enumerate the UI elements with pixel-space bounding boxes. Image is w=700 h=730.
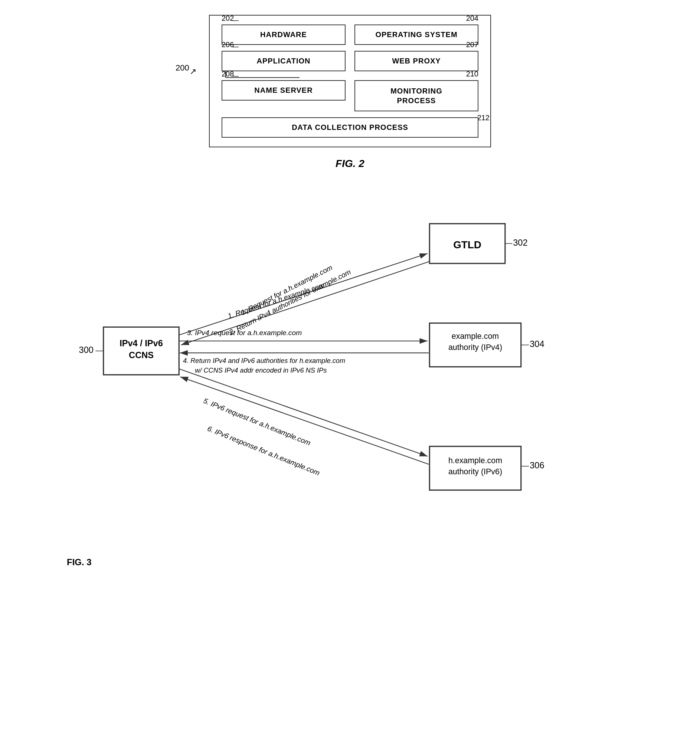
fig2-application-box: APPLICATION: [222, 51, 346, 71]
fig3-arrow3-text: 3. IPv4 request for a.h.example.com: [187, 329, 302, 337]
fig2-ref-208-dash: —: [232, 72, 239, 80]
fig2-ref-204: 204: [466, 14, 478, 23]
fig2-ref-210: 210: [466, 70, 478, 78]
fig2-monitoring-box: MONITORINGPROCESS: [354, 80, 478, 111]
fig2-webproxy-box: WEB PROXY: [354, 51, 478, 71]
fig2-hardware-box: HARDWARE: [222, 25, 346, 45]
fig2-nameserver-box: NAME SERVER: [222, 80, 346, 101]
fig3-h-label1: h.example.com: [449, 456, 502, 465]
fig3-ref-306: 306: [530, 461, 544, 470]
fig2-os-cell: 204 OPERATING SYSTEM: [354, 25, 478, 45]
fig2-ref-212: 212: [477, 114, 490, 122]
fig2-ref-202-dash: —: [232, 16, 239, 24]
fig3-example-label2: authority (IPv4): [449, 343, 502, 352]
fig2-os-box: OPERATING SYSTEM: [354, 25, 478, 45]
fig2-arrow-200: ↗: [190, 67, 196, 76]
fig3-arrow4-text1: 4. Return IPv4 and IPv6 authorities for …: [183, 357, 345, 365]
fig2-datacollection-box: DATA COLLECTION PROCESS: [222, 117, 478, 138]
fig3-ref-304: 304: [530, 339, 544, 349]
fig2-hardware-cell: 202 — HARDWARE: [222, 25, 346, 45]
fig2-datacollection-cell: 212 DATA COLLECTION PROCESS: [222, 117, 478, 138]
fig3-diagram: IPv4 / IPv6 CCNS 300 GTLD 302 example.co…: [72, 192, 628, 550]
fig2-webproxy-cell: 207 WEB PROXY: [354, 51, 478, 71]
fig3-arrow6-text: 6. IPv6 response for a.h.example.com: [206, 425, 321, 477]
fig3-h-label2: authority (IPv6): [449, 467, 502, 476]
fig2-outer-box: 202 — HARDWARE 204 OPERATING SYSTEM 206 …: [209, 15, 491, 147]
fig2-caption: FIG. 2: [336, 158, 364, 169]
fig2-nameserver-cell: 208 — NAME SERVER: [222, 80, 346, 111]
fig3-arrow5-text: 5. IPv6 request for a.h.example.com: [202, 397, 312, 447]
fig3-ref-302: 302: [513, 238, 528, 248]
fig3-gtld-label: GTLD: [453, 239, 481, 251]
fig2-ref-207: 207: [466, 41, 478, 49]
fig3-arrow6: [180, 377, 429, 464]
fig3-arrow2-text: 2. Return IPv4 authorities for example.c…: [228, 268, 352, 337]
fig3-ccns-label2: CCNS: [129, 350, 153, 360]
fig3-ref-300: 300: [79, 345, 94, 355]
fig2-diagram: 200 ↗ 202 — HARDWARE 204 OPERATING SYSTE…: [209, 15, 491, 147]
fig3-section: IPv4 / IPv6 CCNS 300 GTLD 302 example.co…: [7, 192, 693, 568]
fig2-section: 200 ↗ 202 — HARDWARE 204 OPERATING SYSTE…: [7, 15, 693, 169]
fig2-monitoring-cell: 210 MONITORINGPROCESS: [354, 80, 478, 111]
fig3-example-label1: example.com: [452, 332, 499, 341]
fig3-caption: FIG. 3: [67, 557, 92, 568]
fig3-ccns-label1: IPv4 / IPv6: [120, 339, 163, 348]
fig2-ref-206-dash: —: [232, 43, 239, 51]
fig2-application-cell: 206 — APPLICATION: [222, 51, 346, 71]
fig3-arrow4-text2: w/ CCNS IPv4 addr encoded in IPv6 NS IPs: [195, 366, 327, 374]
fig2-ref-200: 200: [175, 63, 189, 73]
